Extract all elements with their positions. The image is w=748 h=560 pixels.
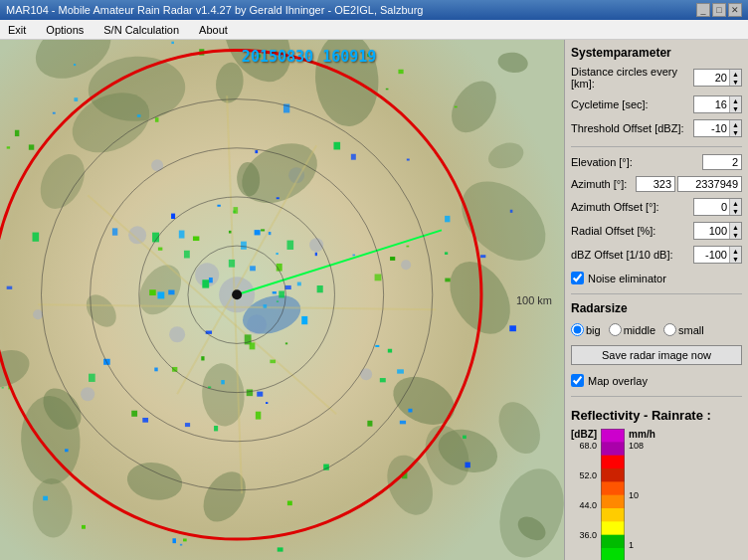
threshold-up-btn[interactable]: ▲ (729, 120, 741, 128)
close-button[interactable]: ✕ (728, 3, 742, 17)
color-bar-canvas (601, 429, 625, 560)
dbz-up-btn[interactable]: ▲ (729, 247, 741, 255)
menu-sn-calculation[interactable]: S/N Calculation (99, 23, 183, 37)
cycletime-spinner[interactable]: ▲ ▼ (693, 95, 742, 113)
radarsize-big-label: big (586, 324, 601, 336)
dbz-val-0: 68.0 (580, 441, 598, 451)
distance-circles-label: Distance circles every [km]: (571, 66, 693, 90)
threshold-label: Threshold Offset [dBZ]: (571, 122, 693, 134)
dbz-offset-row: dBZ Offset [1/10 dB]: ▲ ▼ (571, 246, 742, 264)
cycletime-down-btn[interactable]: ▼ (729, 104, 741, 112)
radarsize-small-radio[interactable] (663, 323, 676, 336)
elevation-row: Elevation [°]: 2 (571, 154, 742, 170)
radarsize-big-radio[interactable] (571, 323, 584, 336)
map-overlay-checkbox[interactable] (571, 374, 584, 387)
map-overlay-row: Map overlay (571, 374, 742, 387)
cycletime-row: Cycletime [sec]: ▲ ▼ (571, 95, 742, 113)
mmh-unit-label: mm/h (629, 429, 655, 440)
distance-circles-row: Distance circles every [km]: ▲ ▼ (571, 66, 742, 90)
dbz-val-3: 36.0 (580, 530, 598, 540)
divider-3 (571, 396, 742, 397)
main-content: 20150830 160919 100 km Systemparameter D… (0, 40, 748, 560)
right-panel: Systemparameter Distance circles every [… (564, 40, 748, 560)
save-radar-button[interactable]: Save radar image now (571, 345, 742, 365)
azimuth-label: Azimuth [°]: (571, 178, 636, 190)
azimuth-offset-down-btn[interactable]: ▼ (729, 207, 741, 215)
map-area[interactable]: 20150830 160919 100 km (0, 40, 564, 560)
window-title: MAR104 - Mobile Amateur Rain Radar v1.4.… (6, 4, 423, 16)
rain-val-0: 108 (629, 441, 644, 451)
dbz-labels: [dBZ] 68.0 52.0 44.0 36.0 28.0 20.0 (571, 429, 597, 560)
cycletime-up-btn[interactable]: ▲ (729, 96, 741, 104)
azimuth-offset-up-btn[interactable]: ▲ (729, 199, 741, 207)
reflectivity-title: Reflectivity - Rainrate : (571, 408, 742, 423)
threshold-input[interactable] (694, 121, 729, 135)
azimuth-offset-label: Azimuth Offset [°]: (571, 201, 693, 213)
azimuth-value: 323 (636, 176, 675, 192)
rainrate-labels: mm/h 108 10 1 0.1 (629, 429, 655, 560)
radial-offset-label: Radial Offset [%]: (571, 225, 693, 237)
radarsize-middle-label: middle (624, 324, 655, 336)
dbz-offset-label: dBZ Offset [1/10 dB]: (571, 249, 693, 261)
dbz-offset-input[interactable] (694, 248, 729, 262)
azimuth-offset-row: Azimuth Offset [°]: ▲ ▼ (571, 198, 742, 216)
azimuth-offset-spinner[interactable]: ▲ ▼ (693, 198, 742, 216)
threshold-row: Threshold Offset [dBZ]: ▲ ▼ (571, 119, 742, 137)
radial-down-btn[interactable]: ▼ (729, 231, 741, 239)
radarsize-small[interactable]: small (663, 323, 704, 336)
radar-map (0, 40, 564, 560)
azimuth-offset-input[interactable] (694, 200, 729, 214)
title-bar: MAR104 - Mobile Amateur Rain Radar v1.4.… (0, 0, 748, 20)
cycletime-input[interactable] (694, 97, 729, 111)
divider-1 (571, 146, 742, 147)
radial-offset-row: Radial Offset [%]: ▲ ▼ (571, 222, 742, 240)
threshold-spinner[interactable]: ▲ ▼ (693, 119, 742, 137)
azimuth-right-value: 2337949 (677, 176, 742, 192)
rain-val-2: 1 (629, 540, 644, 550)
radarsize-group: big middle small (571, 323, 742, 336)
timestamp-overlay: 20150830 160919 (242, 48, 376, 66)
distance-circles-input[interactable] (694, 71, 729, 85)
dbz-offset-spinner[interactable]: ▲ ▼ (693, 246, 742, 264)
radarsize-middle[interactable]: middle (609, 323, 655, 336)
radarsize-big[interactable]: big (571, 323, 601, 336)
elevation-label: Elevation [°]: (571, 156, 702, 168)
menu-options[interactable]: Options (42, 23, 88, 37)
radial-offset-spinner[interactable]: ▲ ▼ (693, 222, 742, 240)
noise-eliminator-checkbox[interactable] (571, 272, 584, 284)
menu-exit[interactable]: Exit (4, 23, 30, 37)
system-params-title: Systemparameter (571, 46, 742, 60)
distance-up-btn[interactable]: ▲ (729, 70, 741, 78)
km-scale-label: 100 km (516, 294, 552, 306)
maximize-button[interactable]: □ (712, 3, 726, 17)
dbz-val-2: 44.0 (580, 500, 598, 510)
radarsize-title: Radarsize (571, 301, 742, 315)
distance-circles-spinner[interactable]: ▲ ▼ (693, 69, 742, 87)
map-overlay-label: Map overlay (588, 375, 648, 387)
radial-up-btn[interactable]: ▲ (729, 223, 741, 231)
threshold-down-btn[interactable]: ▼ (729, 128, 741, 136)
radarsize-middle-radio[interactable] (609, 323, 622, 336)
cycletime-label: Cycletime [sec]: (571, 98, 693, 110)
radarsize-small-label: small (678, 324, 704, 336)
elevation-value: 2 (702, 154, 742, 170)
radial-offset-input[interactable] (694, 224, 729, 238)
azimuth-row: Azimuth [°]: 323 2337949 (571, 176, 742, 192)
distance-down-btn[interactable]: ▼ (729, 78, 741, 86)
dbz-down-btn[interactable]: ▼ (729, 255, 741, 263)
menu-bar: Exit Options S/N Calculation About (0, 20, 748, 40)
minimize-button[interactable]: _ (696, 3, 710, 17)
dbz-val-1: 52.0 (580, 470, 598, 480)
divider-2 (571, 293, 742, 294)
rain-val-1: 10 (629, 490, 644, 500)
window-controls: _ □ ✕ (696, 3, 742, 17)
menu-about[interactable]: About (195, 23, 232, 37)
color-bar (601, 429, 625, 560)
color-scale-area: [dBZ] 68.0 52.0 44.0 36.0 28.0 20.0 mm/h… (571, 429, 742, 560)
noise-eliminator-label: Noise eliminator (588, 273, 666, 284)
noise-eliminator-row: Noise eliminator (571, 272, 742, 284)
dbz-unit-label: [dBZ] (571, 429, 597, 440)
